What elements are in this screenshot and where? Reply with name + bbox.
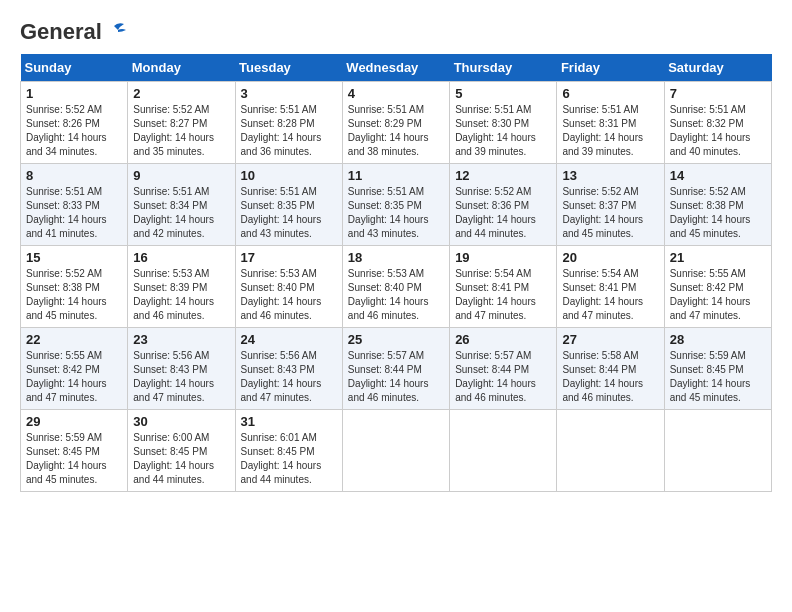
day-info: Sunrise: 5:52 AMSunset: 8:26 PMDaylight:… (26, 103, 122, 159)
calendar-cell (450, 410, 557, 492)
header-wednesday: Wednesday (342, 54, 449, 82)
day-number: 9 (133, 168, 229, 183)
header-thursday: Thursday (450, 54, 557, 82)
calendar-cell: 20 Sunrise: 5:54 AMSunset: 8:41 PMDaylig… (557, 246, 664, 328)
calendar-cell: 23 Sunrise: 5:56 AMSunset: 8:43 PMDaylig… (128, 328, 235, 410)
logo-text: General (20, 20, 102, 44)
calendar-cell: 25 Sunrise: 5:57 AMSunset: 8:44 PMDaylig… (342, 328, 449, 410)
day-number: 18 (348, 250, 444, 265)
day-info: Sunrise: 5:52 AMSunset: 8:38 PMDaylight:… (670, 185, 766, 241)
day-info: Sunrise: 6:00 AMSunset: 8:45 PMDaylight:… (133, 431, 229, 487)
day-info: Sunrise: 5:53 AMSunset: 8:40 PMDaylight:… (241, 267, 337, 323)
day-info: Sunrise: 5:51 AMSunset: 8:28 PMDaylight:… (241, 103, 337, 159)
day-number: 5 (455, 86, 551, 101)
calendar-cell: 1 Sunrise: 5:52 AMSunset: 8:26 PMDayligh… (21, 82, 128, 164)
day-number: 6 (562, 86, 658, 101)
header-sunday: Sunday (21, 54, 128, 82)
day-number: 28 (670, 332, 766, 347)
day-number: 22 (26, 332, 122, 347)
day-number: 4 (348, 86, 444, 101)
day-number: 7 (670, 86, 766, 101)
calendar-cell: 6 Sunrise: 5:51 AMSunset: 8:31 PMDayligh… (557, 82, 664, 164)
calendar-week-2: 15 Sunrise: 5:52 AMSunset: 8:38 PMDaylig… (21, 246, 772, 328)
day-number: 25 (348, 332, 444, 347)
day-number: 27 (562, 332, 658, 347)
day-number: 1 (26, 86, 122, 101)
day-number: 29 (26, 414, 122, 429)
day-info: Sunrise: 5:53 AMSunset: 8:39 PMDaylight:… (133, 267, 229, 323)
day-number: 12 (455, 168, 551, 183)
calendar-cell: 15 Sunrise: 5:52 AMSunset: 8:38 PMDaylig… (21, 246, 128, 328)
day-info: Sunrise: 5:51 AMSunset: 8:34 PMDaylight:… (133, 185, 229, 241)
calendar-cell: 5 Sunrise: 5:51 AMSunset: 8:30 PMDayligh… (450, 82, 557, 164)
day-number: 16 (133, 250, 229, 265)
bird-icon (104, 22, 126, 42)
calendar-cell: 13 Sunrise: 5:52 AMSunset: 8:37 PMDaylig… (557, 164, 664, 246)
calendar-cell: 31 Sunrise: 6:01 AMSunset: 8:45 PMDaylig… (235, 410, 342, 492)
calendar-cell: 12 Sunrise: 5:52 AMSunset: 8:36 PMDaylig… (450, 164, 557, 246)
header-saturday: Saturday (664, 54, 771, 82)
calendar-cell: 14 Sunrise: 5:52 AMSunset: 8:38 PMDaylig… (664, 164, 771, 246)
day-info: Sunrise: 5:51 AMSunset: 8:32 PMDaylight:… (670, 103, 766, 159)
day-info: Sunrise: 5:53 AMSunset: 8:40 PMDaylight:… (348, 267, 444, 323)
calendar-cell (557, 410, 664, 492)
calendar-cell: 10 Sunrise: 5:51 AMSunset: 8:35 PMDaylig… (235, 164, 342, 246)
calendar-header-row: SundayMondayTuesdayWednesdayThursdayFrid… (21, 54, 772, 82)
day-number: 26 (455, 332, 551, 347)
calendar-cell: 27 Sunrise: 5:58 AMSunset: 8:44 PMDaylig… (557, 328, 664, 410)
calendar-cell: 30 Sunrise: 6:00 AMSunset: 8:45 PMDaylig… (128, 410, 235, 492)
calendar-cell: 2 Sunrise: 5:52 AMSunset: 8:27 PMDayligh… (128, 82, 235, 164)
calendar-cell: 4 Sunrise: 5:51 AMSunset: 8:29 PMDayligh… (342, 82, 449, 164)
day-info: Sunrise: 5:54 AMSunset: 8:41 PMDaylight:… (455, 267, 551, 323)
day-info: Sunrise: 5:54 AMSunset: 8:41 PMDaylight:… (562, 267, 658, 323)
day-info: Sunrise: 5:55 AMSunset: 8:42 PMDaylight:… (670, 267, 766, 323)
calendar-cell: 26 Sunrise: 5:57 AMSunset: 8:44 PMDaylig… (450, 328, 557, 410)
day-info: Sunrise: 5:55 AMSunset: 8:42 PMDaylight:… (26, 349, 122, 405)
calendar-cell (342, 410, 449, 492)
calendar-cell: 24 Sunrise: 5:56 AMSunset: 8:43 PMDaylig… (235, 328, 342, 410)
calendar-cell: 16 Sunrise: 5:53 AMSunset: 8:39 PMDaylig… (128, 246, 235, 328)
calendar-week-0: 1 Sunrise: 5:52 AMSunset: 8:26 PMDayligh… (21, 82, 772, 164)
day-number: 3 (241, 86, 337, 101)
day-number: 13 (562, 168, 658, 183)
day-info: Sunrise: 6:01 AMSunset: 8:45 PMDaylight:… (241, 431, 337, 487)
day-number: 8 (26, 168, 122, 183)
day-info: Sunrise: 5:51 AMSunset: 8:29 PMDaylight:… (348, 103, 444, 159)
calendar-cell (664, 410, 771, 492)
day-info: Sunrise: 5:57 AMSunset: 8:44 PMDaylight:… (348, 349, 444, 405)
calendar-table: SundayMondayTuesdayWednesdayThursdayFrid… (20, 54, 772, 492)
day-number: 20 (562, 250, 658, 265)
day-info: Sunrise: 5:58 AMSunset: 8:44 PMDaylight:… (562, 349, 658, 405)
page-header: General (20, 20, 772, 44)
day-info: Sunrise: 5:51 AMSunset: 8:33 PMDaylight:… (26, 185, 122, 241)
day-number: 21 (670, 250, 766, 265)
calendar-cell: 18 Sunrise: 5:53 AMSunset: 8:40 PMDaylig… (342, 246, 449, 328)
day-number: 23 (133, 332, 229, 347)
calendar-cell: 7 Sunrise: 5:51 AMSunset: 8:32 PMDayligh… (664, 82, 771, 164)
day-info: Sunrise: 5:56 AMSunset: 8:43 PMDaylight:… (133, 349, 229, 405)
day-number: 30 (133, 414, 229, 429)
calendar-cell: 21 Sunrise: 5:55 AMSunset: 8:42 PMDaylig… (664, 246, 771, 328)
calendar-cell: 9 Sunrise: 5:51 AMSunset: 8:34 PMDayligh… (128, 164, 235, 246)
day-number: 14 (670, 168, 766, 183)
calendar-cell: 17 Sunrise: 5:53 AMSunset: 8:40 PMDaylig… (235, 246, 342, 328)
day-info: Sunrise: 5:52 AMSunset: 8:38 PMDaylight:… (26, 267, 122, 323)
day-info: Sunrise: 5:51 AMSunset: 8:35 PMDaylight:… (348, 185, 444, 241)
calendar-cell: 19 Sunrise: 5:54 AMSunset: 8:41 PMDaylig… (450, 246, 557, 328)
calendar-week-4: 29 Sunrise: 5:59 AMSunset: 8:45 PMDaylig… (21, 410, 772, 492)
day-number: 31 (241, 414, 337, 429)
calendar-cell: 8 Sunrise: 5:51 AMSunset: 8:33 PMDayligh… (21, 164, 128, 246)
day-number: 2 (133, 86, 229, 101)
calendar-cell: 28 Sunrise: 5:59 AMSunset: 8:45 PMDaylig… (664, 328, 771, 410)
day-info: Sunrise: 5:59 AMSunset: 8:45 PMDaylight:… (670, 349, 766, 405)
header-tuesday: Tuesday (235, 54, 342, 82)
day-number: 24 (241, 332, 337, 347)
day-number: 19 (455, 250, 551, 265)
day-number: 17 (241, 250, 337, 265)
calendar-cell: 22 Sunrise: 5:55 AMSunset: 8:42 PMDaylig… (21, 328, 128, 410)
day-info: Sunrise: 5:57 AMSunset: 8:44 PMDaylight:… (455, 349, 551, 405)
calendar-cell: 3 Sunrise: 5:51 AMSunset: 8:28 PMDayligh… (235, 82, 342, 164)
header-friday: Friday (557, 54, 664, 82)
day-info: Sunrise: 5:51 AMSunset: 8:31 PMDaylight:… (562, 103, 658, 159)
calendar-week-1: 8 Sunrise: 5:51 AMSunset: 8:33 PMDayligh… (21, 164, 772, 246)
